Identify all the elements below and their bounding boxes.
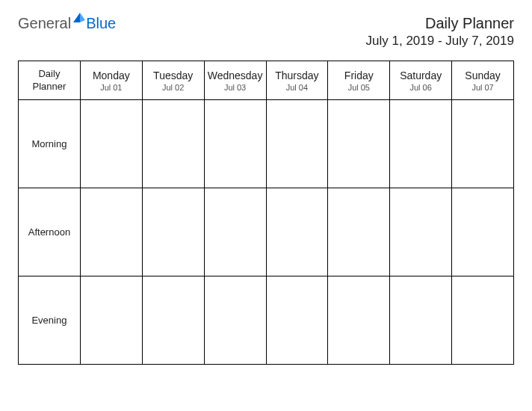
day-header-wednesday: Wednesday Jul 03	[204, 61, 266, 100]
page-title: Daily Planner	[366, 15, 514, 32]
day-header-sunday: Sunday Jul 07	[452, 61, 514, 100]
cell-afternoon-tue[interactable]	[142, 188, 204, 276]
cell-afternoon-fri[interactable]	[328, 188, 390, 276]
logo: General Blue	[18, 15, 116, 32]
header: General Blue Daily Planner July 1, 2019 …	[18, 15, 514, 49]
cell-morning-sun[interactable]	[452, 100, 514, 188]
period-label-morning: Morning	[19, 100, 81, 188]
corner-cell: Daily Planner	[19, 61, 81, 100]
logo-triangle-icon	[72, 10, 86, 27]
cell-evening-thu[interactable]	[266, 276, 328, 365]
day-header-thursday: Thursday Jul 04	[266, 61, 328, 100]
day-header-saturday: Saturday Jul 06	[390, 61, 452, 100]
cell-evening-mon[interactable]	[80, 276, 142, 365]
period-label-afternoon: Afternoon	[19, 188, 81, 276]
row-morning: Morning	[19, 100, 514, 188]
row-evening: Evening	[19, 276, 514, 365]
cell-evening-sat[interactable]	[390, 276, 452, 365]
cell-evening-fri[interactable]	[328, 276, 390, 365]
cell-morning-tue[interactable]	[142, 100, 204, 188]
planner-table: Daily Planner Monday Jul 01 Tuesday Jul …	[18, 61, 514, 365]
cell-morning-wed[interactable]	[204, 100, 266, 188]
cell-morning-fri[interactable]	[328, 100, 390, 188]
row-afternoon: Afternoon	[19, 188, 514, 276]
cell-afternoon-sun[interactable]	[452, 188, 514, 276]
cell-evening-wed[interactable]	[204, 276, 266, 365]
logo-text-general: General	[18, 15, 71, 32]
date-range: July 1, 2019 - July 7, 2019	[366, 34, 514, 49]
header-row: Daily Planner Monday Jul 01 Tuesday Jul …	[19, 61, 514, 100]
cell-afternoon-mon[interactable]	[80, 188, 142, 276]
cell-morning-thu[interactable]	[266, 100, 328, 188]
cell-evening-tue[interactable]	[142, 276, 204, 365]
day-header-tuesday: Tuesday Jul 02	[142, 61, 204, 100]
cell-morning-sat[interactable]	[390, 100, 452, 188]
title-block: Daily Planner July 1, 2019 - July 7, 201…	[366, 15, 514, 49]
logo-text-blue: Blue	[86, 15, 116, 32]
cell-afternoon-sat[interactable]	[390, 188, 452, 276]
day-header-friday: Friday Jul 05	[328, 61, 390, 100]
cell-evening-sun[interactable]	[452, 276, 514, 365]
cell-afternoon-thu[interactable]	[266, 188, 328, 276]
cell-morning-mon[interactable]	[80, 100, 142, 188]
cell-afternoon-wed[interactable]	[204, 188, 266, 276]
day-header-monday: Monday Jul 01	[80, 61, 142, 100]
period-label-evening: Evening	[19, 276, 81, 365]
